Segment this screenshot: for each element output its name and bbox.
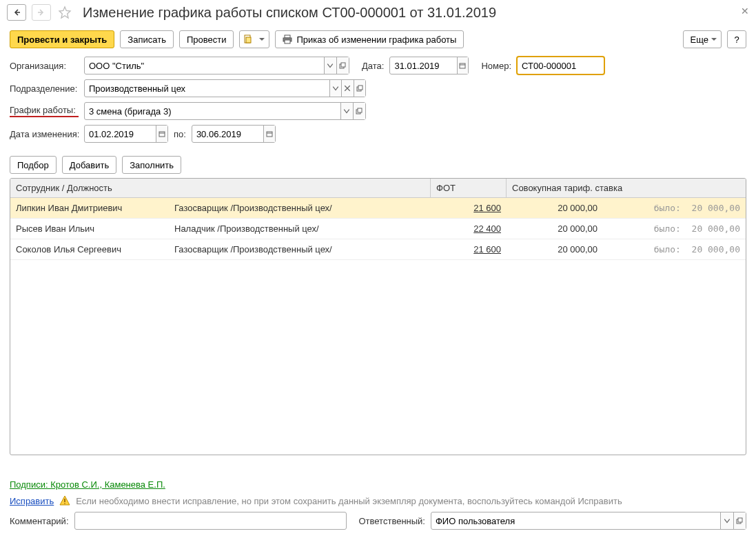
number-label: Номер: xyxy=(481,61,511,71)
titlebar: Изменение графика работы списком СТ00-00… xyxy=(0,0,756,25)
warning-icon xyxy=(59,495,70,506)
svg-rect-22 xyxy=(738,518,742,522)
cell-employee: Липкин Иван Дмитриевич xyxy=(10,198,169,218)
favorite-star-icon[interactable] xyxy=(57,4,73,21)
svg-rect-3 xyxy=(246,37,251,43)
fill-button[interactable]: Заполнить xyxy=(122,156,181,174)
cell-fot: 21 600 xyxy=(431,198,507,218)
number-field[interactable] xyxy=(517,57,604,74)
svg-point-20 xyxy=(64,503,65,504)
calendar-icon[interactable] xyxy=(457,57,469,74)
date-input[interactable] xyxy=(390,57,456,74)
schedule-label: График работы: xyxy=(10,105,79,117)
printer-icon xyxy=(283,34,292,44)
schedule-input[interactable] xyxy=(85,103,340,119)
cell-employee: Рысев Иван Ильич xyxy=(10,219,169,239)
svg-rect-9 xyxy=(460,63,465,68)
grid-body: Липкин Иван ДмитриевичГазосварщик /Произ… xyxy=(10,198,746,260)
responsible-label: Ответственный: xyxy=(359,516,425,526)
open-icon[interactable] xyxy=(336,57,349,74)
date-label: Дата: xyxy=(362,61,384,71)
svg-rect-4 xyxy=(285,35,290,38)
form-area: Организация: Дата: Номер: Подразделение:… xyxy=(0,54,756,150)
dept-label: Подразделение: xyxy=(10,83,79,94)
comment-field[interactable] xyxy=(74,512,347,530)
cell-position: Наладчик /Производственный цех/ xyxy=(169,219,431,239)
change-to-field[interactable] xyxy=(192,125,276,143)
footer: Подписи: Кротов С.И., Каменева Е.П. Испр… xyxy=(0,474,756,538)
table-row[interactable]: Липкин Иван ДмитриевичГазосварщик /Произ… xyxy=(10,198,746,219)
org-input[interactable] xyxy=(85,57,324,74)
dept-input[interactable] xyxy=(85,80,329,97)
cell-employee: Соколов Илья Сергеевич xyxy=(10,239,169,259)
dept-field[interactable] xyxy=(84,79,366,97)
cell-rate: 20 000,00 xyxy=(507,198,603,218)
select-button[interactable]: Подбор xyxy=(10,156,57,174)
cell-was: было: 20 000,00 xyxy=(603,219,746,239)
svg-rect-8 xyxy=(341,63,345,67)
svg-rect-12 xyxy=(358,86,362,90)
clear-icon[interactable] xyxy=(341,80,353,97)
cell-fot: 22 400 xyxy=(431,219,507,239)
print-order-button[interactable]: Приказ об изменении графика работы xyxy=(275,30,464,48)
main-toolbar: Провести и закрыть Записать Провести При… xyxy=(0,25,756,54)
table-row[interactable]: Соколов Илья СергеевичГазосварщик /Произ… xyxy=(10,239,746,260)
svg-rect-17 xyxy=(267,132,272,137)
cell-was: было: 20 000,00 xyxy=(603,239,746,259)
grid-header: Сотрудник / Должность ФОТ Совокупная тар… xyxy=(10,179,746,198)
svg-rect-14 xyxy=(358,108,362,112)
cell-rate: 20 000,00 xyxy=(507,219,603,239)
fix-link[interactable]: Исправить xyxy=(10,496,54,506)
calendar-icon[interactable] xyxy=(263,126,275,142)
change-to-input[interactable] xyxy=(192,126,263,142)
employee-grid: Сотрудник / Должность ФОТ Совокупная тар… xyxy=(10,178,746,455)
document-icon xyxy=(243,34,253,44)
open-icon[interactable] xyxy=(354,80,365,97)
cell-position: Газосварщик /Производственный цех/ xyxy=(169,198,431,218)
responsible-field[interactable] xyxy=(431,512,746,530)
change-date-label: Дата изменения: xyxy=(10,129,79,139)
signatures-link[interactable]: Подписи: Кротов С.И., Каменева Е.П. xyxy=(10,479,165,490)
change-from-input[interactable] xyxy=(85,126,156,142)
svg-rect-15 xyxy=(159,132,165,137)
cell-fot: 21 600 xyxy=(431,239,507,259)
col-fot[interactable]: ФОТ xyxy=(431,179,507,197)
cell-position: Газосварщик /Производственный цех/ xyxy=(169,239,431,259)
cell-rate: 20 000,00 xyxy=(507,239,603,259)
attachments-button[interactable] xyxy=(239,30,269,48)
nav-back-button[interactable] xyxy=(7,4,26,21)
open-icon[interactable] xyxy=(353,103,365,119)
org-field[interactable] xyxy=(84,57,349,74)
dropdown-icon[interactable] xyxy=(329,80,341,97)
schedule-field[interactable] xyxy=(84,102,366,120)
responsible-input[interactable] xyxy=(431,512,720,529)
table-toolbar: Подбор Добавить Заполнить xyxy=(0,150,756,178)
table-row[interactable]: Рысев Иван ИльичНаладчик /Производственн… xyxy=(10,219,746,239)
number-input[interactable] xyxy=(518,57,604,74)
col-employee[interactable]: Сотрудник / Должность xyxy=(10,179,431,197)
comment-label: Комментарий: xyxy=(10,516,69,526)
help-button[interactable]: ? xyxy=(727,30,746,48)
dropdown-icon[interactable] xyxy=(324,57,336,74)
org-label: Организация: xyxy=(10,61,79,71)
open-icon[interactable] xyxy=(733,512,746,529)
close-button[interactable]: ✕ xyxy=(741,6,749,17)
to-label: по: xyxy=(174,129,186,139)
comment-input[interactable] xyxy=(75,512,346,529)
page-title: Изменение графика работы списком СТ00-00… xyxy=(83,5,496,21)
dropdown-icon[interactable] xyxy=(720,512,733,529)
post-and-close-button[interactable]: Провести и закрыть xyxy=(10,30,114,48)
save-button[interactable]: Записать xyxy=(120,30,174,48)
cell-was: было: 20 000,00 xyxy=(603,198,746,218)
calendar-icon[interactable] xyxy=(156,126,167,142)
more-button[interactable]: Еще xyxy=(683,30,722,48)
change-from-field[interactable] xyxy=(84,125,168,143)
col-rate[interactable]: Совокупная тариф. ставка xyxy=(507,179,746,197)
post-button[interactable]: Провести xyxy=(179,30,234,48)
dropdown-icon[interactable] xyxy=(340,103,353,119)
svg-rect-6 xyxy=(285,40,290,43)
add-button[interactable]: Добавить xyxy=(62,156,116,174)
nav-forward-button[interactable] xyxy=(32,4,51,21)
date-field[interactable] xyxy=(389,57,469,74)
fix-hint: Если необходимо внести исправление, но п… xyxy=(76,496,622,506)
